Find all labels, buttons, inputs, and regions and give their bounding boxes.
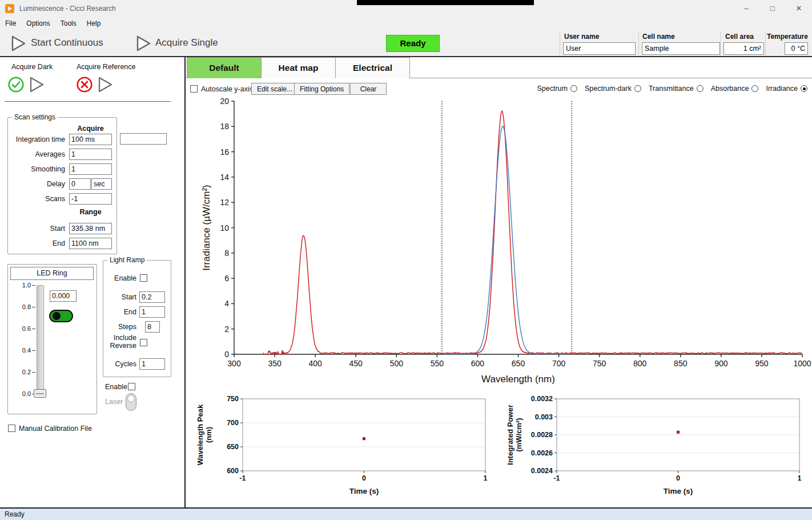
radio-dot-icon (801, 85, 807, 92)
cell-area-input[interactable] (723, 42, 764, 55)
close-button[interactable]: ✕ (786, 0, 812, 17)
divider (5, 101, 171, 102)
laser-label: Laser (105, 398, 123, 406)
menu-file[interactable]: File (0, 17, 21, 30)
range-end-input[interactable] (69, 238, 112, 249)
tab-electrical[interactable]: Electrical (335, 57, 410, 78)
menu-options[interactable]: Options (21, 17, 55, 30)
radio-dot-icon (751, 85, 758, 92)
svg-text:-1: -1 (239, 474, 246, 482)
svg-text:1000: 1000 (793, 359, 811, 368)
integration-time-input[interactable] (69, 134, 112, 145)
svg-text:8: 8 (224, 249, 229, 258)
manual-calibration-checkbox[interactable] (8, 425, 15, 432)
ramp-end-label: End (103, 308, 136, 317)
ramp-end-input[interactable] (139, 306, 165, 318)
start-continuous-button[interactable]: Start Continuous (31, 30, 103, 56)
range-header: Range (69, 208, 112, 217)
slider-scale-label: 0.6 (11, 325, 31, 332)
edit-scale-button[interactable]: Edit scale... (251, 83, 298, 95)
acquire-reference-play-icon[interactable] (98, 77, 114, 93)
ramp-start-input[interactable] (139, 291, 165, 303)
light-ramp-enable-label: Enable (103, 274, 136, 283)
tab-heat-map[interactable]: Heat map (261, 57, 336, 78)
svg-text:16: 16 (220, 147, 229, 157)
clear-button[interactable]: Clear (350, 83, 387, 95)
start-continuous-play-icon[interactable] (10, 35, 26, 52)
acquire-single-button[interactable]: Acquire Single (155, 30, 218, 56)
svg-text:800: 800 (633, 359, 647, 368)
delay-input[interactable] (69, 178, 91, 190)
laser-toggle[interactable] (126, 393, 136, 411)
laser-enable-checkbox[interactable] (128, 383, 135, 390)
app-logo-icon (5, 4, 14, 13)
svg-text:0: 0 (676, 474, 680, 482)
led-ring-slider-track[interactable] (37, 285, 44, 394)
averages-input[interactable] (69, 149, 112, 160)
averages-label: Averages (8, 150, 65, 159)
cell-name-input[interactable] (642, 42, 720, 55)
autoscale-checkbox[interactable] (190, 85, 198, 93)
tab-default[interactable]: Default (187, 57, 262, 78)
minimize-button[interactable]: – (733, 0, 759, 17)
delay-label: Delay (8, 180, 65, 189)
led-ring-value-input[interactable] (50, 290, 77, 302)
slider-tick (32, 307, 35, 307)
spectrum-trace (263, 111, 802, 354)
autoscale-label: Autoscale y-axis (201, 85, 253, 94)
fitting-options-button[interactable]: Fitting Options (294, 83, 349, 95)
acquire-dark-label: Acquire Dark (11, 63, 53, 71)
scan-settings-title: Scan settings (12, 113, 58, 121)
svg-text:0: 0 (224, 350, 229, 359)
range-start-input[interactable] (69, 223, 112, 234)
svg-text:20: 20 (220, 97, 229, 106)
scans-input[interactable] (69, 193, 112, 205)
svg-text:2: 2 (224, 325, 229, 334)
menu-help[interactable]: Help (82, 17, 106, 30)
integration-time-label: Integration time (8, 135, 65, 144)
cycles-input[interactable] (139, 358, 165, 370)
main-spectrum-graph[interactable]: 0246810121416182030035040045050055060065… (186, 97, 812, 391)
svg-text:0.0028: 0.0028 (531, 431, 553, 439)
include-reverse-checkbox[interactable] (140, 339, 147, 346)
window-title: Luminescence - Cicci Research (19, 5, 116, 13)
radio-spectrum[interactable]: Spectrum (537, 85, 577, 93)
acquire-single-play-icon[interactable] (135, 35, 151, 52)
svg-text:6: 6 (224, 274, 229, 283)
ramp-steps-input[interactable] (145, 321, 160, 333)
led-ring-title: LED Ring (10, 267, 94, 280)
left-panel: Acquire Dark Acquire Reference Scan sett… (0, 57, 186, 507)
status-text: Ready (5, 510, 25, 518)
svg-text:400: 400 (308, 359, 322, 368)
svg-text:700: 700 (227, 419, 239, 427)
tab-bar: Default Heat map Electrical (186, 57, 812, 78)
slider-scale-label: 0.8 (11, 303, 31, 310)
svg-text:850: 850 (674, 359, 688, 368)
chart-controls-row: Autoscale y-axis Edit scale... Fitting O… (186, 82, 812, 97)
svg-text:900: 900 (714, 359, 728, 368)
divider (560, 31, 560, 55)
cycles-label: Cycles (103, 360, 136, 369)
temperature-label: Temperature (767, 33, 808, 41)
menu-tools[interactable]: Tools (55, 17, 82, 30)
led-ring-toggle[interactable] (49, 310, 73, 322)
maximize-button[interactable]: □ (759, 0, 786, 17)
svg-text:300: 300 (227, 359, 241, 368)
temperature-input[interactable] (785, 42, 808, 55)
led-ring-slider-thumb[interactable] (34, 389, 46, 398)
aux-field[interactable] (120, 133, 167, 145)
svg-text:750: 750 (593, 359, 606, 368)
radio-label: Absorbance (711, 85, 749, 93)
radio-transmittance[interactable]: Transmittance (649, 85, 704, 93)
acquire-dark-play-icon[interactable] (29, 77, 45, 93)
radio-spectrum-dark[interactable]: Spectrum-dark (585, 85, 641, 93)
radio-dot-icon (570, 85, 577, 92)
light-ramp-enable-checkbox[interactable] (140, 274, 147, 282)
radio-absorbance[interactable]: Absorbance (711, 85, 759, 93)
smoothing-input[interactable] (69, 163, 112, 175)
radio-irradiance[interactable]: Irradiance (766, 85, 807, 93)
user-name-input[interactable] (563, 42, 636, 55)
laser-enable-label: Enable (105, 383, 127, 391)
led-ring-panel: LED Ring 1.0 0.8 0.6 0.4 0.2 0.0 (7, 264, 97, 414)
svg-text:650: 650 (512, 359, 525, 368)
